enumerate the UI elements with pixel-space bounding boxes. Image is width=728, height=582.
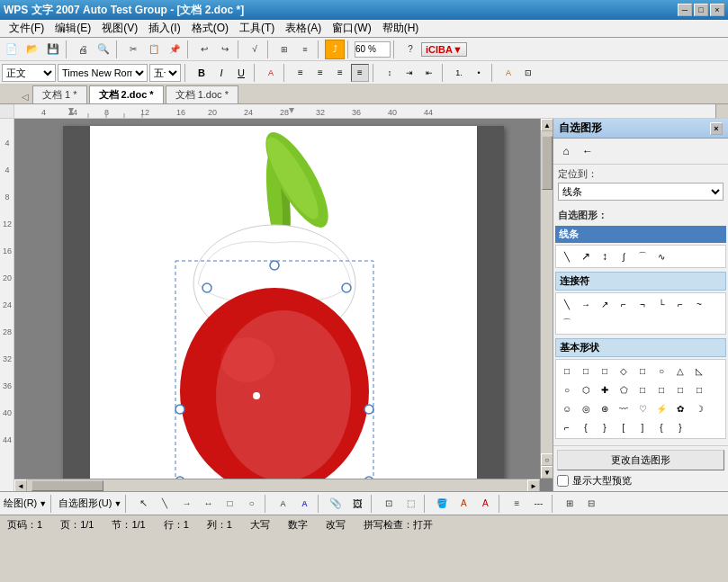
scrollbar-horizontal[interactable]: ◄ ► xyxy=(14,479,540,491)
justify-btn[interactable]: ≡ xyxy=(351,64,369,82)
cut-btn[interactable]: ✂ xyxy=(123,40,143,59)
iciba-btn[interactable]: iCIBA▼ xyxy=(421,42,467,57)
shape-b2[interactable]: □ xyxy=(652,381,670,398)
shape-moon[interactable]: ☽ xyxy=(690,399,708,417)
shape-circle[interactable]: ○ xyxy=(652,362,670,380)
menu-view[interactable]: 视图(V) xyxy=(96,19,143,38)
panel-close-x[interactable]: × xyxy=(710,122,723,135)
menu-insert[interactable]: 插入(I) xyxy=(143,19,185,38)
autoshape-menu[interactable]: 自选图形(U) ▼ xyxy=(58,497,121,510)
shape-striped[interactable]: ⊛ xyxy=(596,399,614,417)
outdent-btn[interactable]: ⇤ xyxy=(420,64,438,82)
shape-b3[interactable]: □ xyxy=(671,381,689,398)
shape-corner[interactable]: ⌐ xyxy=(558,418,576,436)
tab-doc1[interactable]: 文档 1 * xyxy=(32,85,87,103)
shape-curly-r[interactable]: } xyxy=(671,418,689,436)
help-btn[interactable]: ? xyxy=(400,40,420,59)
table-insert-btn[interactable]: ⊞ xyxy=(274,40,294,59)
shape-conn1[interactable]: ╲ xyxy=(558,295,576,313)
shape-conn5[interactable]: ¬ xyxy=(634,295,652,313)
bt-select-btn[interactable]: ↖ xyxy=(133,494,153,514)
shape-smiley[interactable]: ☺ xyxy=(558,399,576,417)
doc-scroll-area[interactable]: ▲ ○ ▼ ◄ ► xyxy=(14,119,553,491)
draw-menu[interactable]: 绘图(R) ▼ xyxy=(4,497,47,510)
close-btn[interactable]: × xyxy=(710,4,724,16)
bt-arrow-btn[interactable]: → xyxy=(176,494,196,514)
autoshape-highlighted-btn[interactable]: ⤴ xyxy=(325,40,345,59)
menu-edit[interactable]: 编辑(E) xyxy=(49,19,96,38)
underline-btn[interactable]: U xyxy=(232,64,250,82)
formula-btn[interactable]: √ xyxy=(245,40,265,59)
border-btn[interactable]: ⊡ xyxy=(519,64,537,82)
redo-btn[interactable]: ↪ xyxy=(215,40,235,59)
print-btn[interactable]: 🖨 xyxy=(73,40,93,59)
preview-checkbox[interactable] xyxy=(557,475,569,487)
bt-linecolor-btn[interactable]: A xyxy=(454,494,473,514)
scroll-right-btn[interactable]: ► xyxy=(527,479,540,491)
bt-fontcolor-btn[interactable]: A xyxy=(475,494,495,514)
shape-donut[interactable]: ◎ xyxy=(577,399,595,417)
shape-doubarrow[interactable]: ↕ xyxy=(596,247,614,265)
bt-oval-btn[interactable]: ○ xyxy=(241,494,261,514)
scroll-down-btn[interactable]: ▼ xyxy=(541,466,553,479)
scroll-middle-btn[interactable]: ○ xyxy=(541,453,553,466)
bt-line-btn[interactable]: ╲ xyxy=(155,494,175,514)
shape-diamond[interactable]: ◇ xyxy=(615,362,633,380)
shape-freeform[interactable]: ⌒ xyxy=(634,247,652,265)
shape-brace-r[interactable]: } xyxy=(596,418,614,436)
scroll-up-btn[interactable]: ▲ xyxy=(541,119,553,131)
shape-sun[interactable]: ✿ xyxy=(671,399,689,417)
scrollbar-vertical[interactable]: ▲ ○ ▼ xyxy=(540,119,553,479)
shape-curve[interactable]: ∫ xyxy=(615,247,633,265)
shape-b1[interactable]: □ xyxy=(634,381,652,398)
bt-dashstyle-btn[interactable]: --- xyxy=(528,494,548,514)
menu-file[interactable]: 文件(F) xyxy=(4,19,49,38)
bt-arrange-btn[interactable]: ⊞ xyxy=(560,494,580,514)
bold-btn[interactable]: B xyxy=(193,64,211,82)
shape-bracket-l[interactable]: [ xyxy=(615,418,633,436)
shape-bracket-r[interactable]: ] xyxy=(634,418,652,436)
highlight-btn[interactable]: A xyxy=(499,64,517,82)
shape-brace-l[interactable]: { xyxy=(577,418,595,436)
shape-pent[interactable]: ⬠ xyxy=(615,381,633,398)
shape-b4[interactable]: □ xyxy=(690,381,708,398)
tab-doc2[interactable]: 文档 2.doc * xyxy=(89,85,164,103)
category-lines-header[interactable]: 线条 xyxy=(555,226,726,243)
zoom-input[interactable] xyxy=(355,41,391,58)
scroll-track-h[interactable] xyxy=(27,479,527,491)
undo-btn[interactable]: ↩ xyxy=(194,40,214,59)
category-connectors-header[interactable]: 连接符 xyxy=(555,272,726,291)
shape-conn3[interactable]: ↗ xyxy=(596,295,614,313)
shape-rect[interactable]: □ xyxy=(558,362,576,380)
shape-rtriangle[interactable]: ◺ xyxy=(690,362,708,380)
shape-conn7[interactable]: ⌐ xyxy=(671,295,689,313)
shape-hex[interactable]: ⬡ xyxy=(577,381,595,398)
font-select[interactable]: Times New Roman xyxy=(58,64,148,82)
shape-conn8[interactable]: ~ xyxy=(690,295,708,313)
shape-arrow[interactable]: ↗ xyxy=(577,247,595,265)
numbering-btn[interactable]: 1. xyxy=(450,64,468,82)
bullets-btn[interactable]: • xyxy=(470,64,488,82)
bt-3d-btn[interactable]: ⬚ xyxy=(400,494,420,514)
copy-btn[interactable]: 📋 xyxy=(144,40,164,59)
indent-btn[interactable]: ⇥ xyxy=(400,64,418,82)
shape-conn2[interactable]: → xyxy=(577,295,595,313)
tab-scroll-left[interactable]: ◁ xyxy=(18,89,32,103)
shape-heart[interactable]: ♡ xyxy=(634,399,652,417)
shape-lightning[interactable]: ⚡ xyxy=(652,399,670,417)
shape-conn4[interactable]: ⌐ xyxy=(615,295,633,313)
menu-format[interactable]: 格式(O) xyxy=(186,19,234,38)
save-btn[interactable]: 💾 xyxy=(43,40,63,59)
tab-doc3[interactable]: 文档 1.doc * xyxy=(166,85,238,103)
size-select[interactable]: 五号 xyxy=(149,64,181,82)
modify-shape-btn[interactable]: 更改自选图形 xyxy=(557,450,724,470)
bt-doublearrow-btn[interactable]: ↔ xyxy=(198,494,218,514)
shape-conn6[interactable]: └ xyxy=(652,295,670,313)
font-color-btn[interactable]: A xyxy=(262,64,280,82)
panel-home-btn[interactable]: ⌂ xyxy=(556,141,576,161)
shape-plus[interactable]: ✚ xyxy=(596,381,614,398)
shape-rect4[interactable]: □ xyxy=(634,362,652,380)
bt-shadow-btn[interactable]: ⊡ xyxy=(379,494,399,514)
italic-btn[interactable]: I xyxy=(212,64,230,82)
maximize-btn[interactable]: □ xyxy=(694,4,708,16)
